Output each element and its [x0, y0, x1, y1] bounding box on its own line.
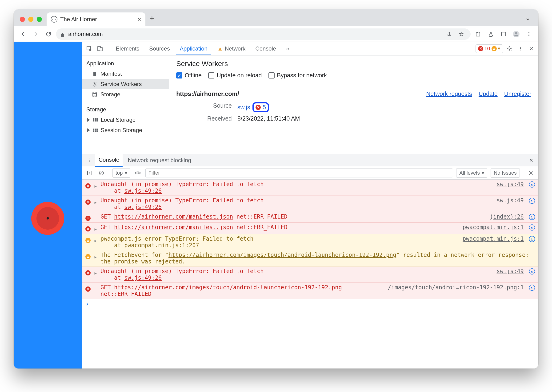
tab-list-button[interactable]: [523, 17, 535, 26]
devtools-close-icon[interactable]: ×: [527, 44, 536, 53]
live-expression-icon[interactable]: [134, 169, 142, 177]
replay-xhr-icon[interactable]: ↻: [529, 214, 535, 220]
device-toolbar-icon[interactable]: [96, 44, 104, 53]
console-row[interactable]: ✕GET https://airhorner.com/manifest.json…: [82, 212, 538, 223]
tab-elements[interactable]: Elements: [112, 42, 143, 55]
sidebar-item-manifest[interactable]: Manifest: [82, 69, 169, 79]
content-area: Elements Sources Application ▲Network Co…: [14, 42, 538, 369]
drawer-kebab-icon[interactable]: [85, 156, 94, 165]
console-filter-input[interactable]: [145, 168, 453, 177]
log-levels-selector[interactable]: All levels ▾: [456, 168, 487, 178]
source-file-link[interactable]: sw.js: [237, 104, 250, 111]
source-link[interactable]: sw.js:49: [496, 197, 524, 204]
source-link[interactable]: pwacompat.min.js:1: [463, 236, 524, 242]
replay-xhr-icon[interactable]: ↻: [529, 224, 535, 231]
drawer-tab-console[interactable]: Console: [95, 154, 123, 167]
console-row[interactable]: ✕▸Uncaught (in promise) TypeError: Faile…: [82, 180, 538, 196]
svg-point-15: [93, 92, 96, 94]
back-button[interactable]: [18, 29, 28, 39]
replay-xhr-icon[interactable]: ↻: [529, 268, 535, 274]
context-selector[interactable]: top ▾: [112, 168, 130, 178]
browser-tab[interactable]: The Air Horner ×: [47, 13, 145, 26]
drawer-tab-nrb[interactable]: Network request blocking: [124, 154, 194, 166]
issues-button[interactable]: No Issues: [491, 168, 520, 178]
sw-error-count[interactable]: 5: [263, 104, 266, 111]
new-tab-button[interactable]: +: [145, 14, 159, 26]
profile-icon[interactable]: [511, 29, 521, 39]
error-icon: ✕: [85, 285, 91, 292]
unregister-link[interactable]: Unregister: [504, 91, 531, 97]
tab-console[interactable]: Console: [252, 42, 280, 55]
replay-xhr-icon[interactable]: ↻: [529, 198, 535, 204]
settings-gear-icon[interactable]: [505, 44, 514, 53]
sidebar-item-local-storage[interactable]: Local Storage: [82, 115, 169, 125]
tabstrip: The Air Horner × +: [45, 9, 523, 26]
kebab-menu-icon[interactable]: [524, 29, 534, 39]
file-icon: [92, 71, 98, 77]
side-panel-icon[interactable]: [498, 29, 509, 39]
error-icon: ✕: [255, 105, 261, 110]
console-settings-icon[interactable]: [527, 169, 535, 177]
source-link[interactable]: pwacompat.min.js:1: [463, 224, 524, 231]
console-row[interactable]: ✕▸GET https://airhorner.com/manifest.jso…: [82, 223, 538, 234]
console-row[interactable]: ▲▸The FetchEvent for "https://airhorner.…: [82, 250, 538, 266]
expand-icon[interactable]: ▸: [94, 183, 98, 189]
console-sidebar-toggle-icon[interactable]: [85, 169, 94, 177]
console-prompt[interactable]: ›: [82, 299, 538, 309]
service-workers-view: Service Workers ✓Offline Update on reloa…: [169, 56, 538, 154]
clear-console-icon[interactable]: [97, 169, 106, 177]
network-requests-link[interactable]: Network requests: [426, 91, 472, 97]
log-message: Uncaught (in promise) TypeError: Failed …: [101, 268, 494, 281]
airhorn-button[interactable]: [31, 202, 64, 235]
svg-point-3: [515, 32, 517, 34]
replay-xhr-icon[interactable]: ↻: [529, 182, 535, 188]
extensions-icon[interactable]: [473, 29, 483, 39]
console-row[interactable]: ✕GET https://airhorner.com/images/touch/…: [82, 283, 538, 299]
expand-icon[interactable]: ▸: [94, 270, 98, 276]
expand-icon[interactable]: ▸: [94, 254, 98, 260]
issue-counter[interactable]: ✕10 ▲8: [476, 44, 503, 53]
source-link[interactable]: (index):26: [490, 213, 524, 220]
maximize-window-button[interactable]: [37, 17, 42, 22]
replay-xhr-icon[interactable]: ↻: [529, 285, 535, 291]
share-icon[interactable]: [444, 29, 455, 39]
sidebar-item-storage[interactable]: Storage: [82, 89, 169, 100]
close-window-button[interactable]: [20, 17, 25, 22]
close-tab-icon[interactable]: ×: [138, 16, 141, 23]
console-log[interactable]: ✕▸Uncaught (in promise) TypeError: Faile…: [82, 180, 538, 369]
console-row[interactable]: ▲▸pwacompat.js error TypeError: Failed t…: [82, 234, 538, 250]
sw-options: ✓Offline Update on reload Bypass for net…: [176, 72, 531, 79]
expand-icon[interactable]: ▸: [94, 237, 98, 244]
reload-button[interactable]: [43, 29, 54, 39]
source-link[interactable]: sw.js:49: [496, 181, 524, 188]
tab-more[interactable]: »: [282, 42, 293, 55]
labs-icon[interactable]: [486, 29, 496, 39]
expand-icon[interactable]: ▸: [94, 226, 98, 232]
bookmark-icon[interactable]: [456, 29, 466, 39]
bypass-checkbox[interactable]: Bypass for network: [269, 72, 327, 79]
minimize-window-button[interactable]: [28, 17, 33, 22]
forward-button[interactable]: [31, 29, 41, 39]
offline-checkbox[interactable]: ✓Offline: [176, 72, 202, 79]
replay-xhr-icon[interactable]: ↻: [529, 236, 535, 242]
drawer-close-icon[interactable]: ×: [530, 156, 536, 164]
update-on-reload-checkbox[interactable]: Update on reload: [208, 72, 262, 79]
tab-sources[interactable]: Sources: [145, 42, 174, 55]
sw-error-count-highlight[interactable]: ✕ 5: [253, 102, 269, 112]
devtools-kebab-icon[interactable]: [516, 44, 525, 53]
inspect-icon[interactable]: [85, 44, 94, 53]
source-link[interactable]: /images/touch/androi…ricon-192-192.png:1: [388, 284, 524, 291]
console-row[interactable]: ✕▸Uncaught (in promise) TypeError: Faile…: [82, 196, 538, 212]
console-row[interactable]: ✕▸Uncaught (in promise) TypeError: Faile…: [82, 266, 538, 283]
sidebar-item-session-storage[interactable]: Session Storage: [82, 125, 169, 135]
update-link[interactable]: Update: [479, 91, 498, 97]
source-link[interactable]: sw.js:49: [496, 268, 524, 274]
svg-point-11: [520, 47, 521, 48]
svg-point-6: [529, 35, 530, 36]
expand-icon[interactable]: ▸: [94, 199, 98, 206]
tab-application[interactable]: Application: [176, 42, 211, 55]
tab-network[interactable]: ▲Network: [214, 42, 249, 55]
sidebar-item-service-workers[interactable]: Service Workers: [82, 79, 169, 89]
console-toolbar: top ▾ All levels ▾ No Issues: [82, 166, 538, 180]
omnibox[interactable]: airhorner.com: [56, 28, 471, 40]
